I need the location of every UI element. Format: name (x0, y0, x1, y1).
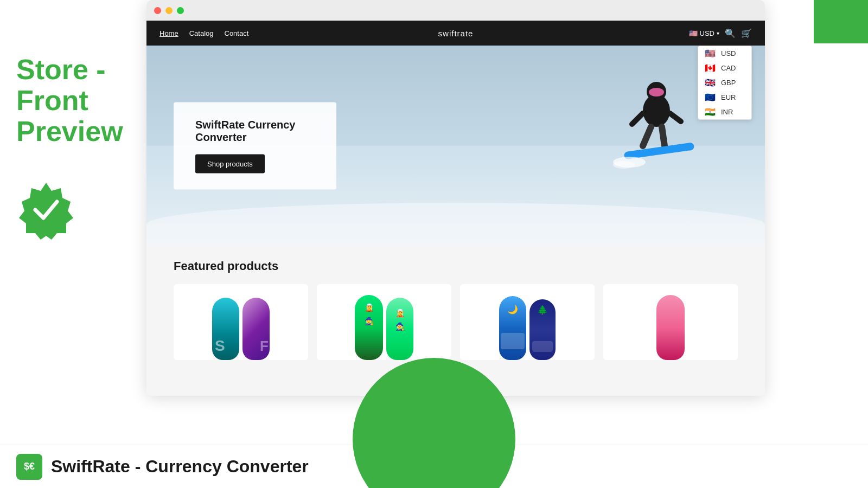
verified-badge-icon (16, 180, 76, 240)
product-card-3[interactable]: 🌙 🌲 (460, 284, 595, 360)
badge-container (16, 180, 130, 242)
product-card-1[interactable]: S F (174, 284, 308, 360)
title-line3: Preview (16, 115, 123, 147)
nav-home[interactable]: Home (159, 29, 178, 37)
hero-card: SwiftRate Currency Converter Shop produc… (174, 102, 336, 190)
cad-label: CAD (721, 64, 736, 72)
nav-right: 🇺🇸 USD ▾ 🔍 🛒 (689, 28, 752, 38)
left-panel: Store - Front Preview (0, 0, 146, 488)
svg-point-3 (649, 88, 664, 97)
gbp-label: GBP (721, 79, 736, 87)
cart-icon[interactable]: 🛒 (741, 28, 752, 38)
eur-flag-icon: 🇪🇺 (705, 93, 717, 101)
inr-flag-icon: 🇮🇳 (705, 108, 717, 116)
close-button[interactable] (154, 7, 161, 14)
board-container-3: 🌙 🌲 (499, 290, 556, 360)
currency-code: USD (700, 29, 714, 37)
browser-content: Home Catalog Contact swiftrate 🇺🇸 USD ▾ … (146, 21, 765, 396)
chevron-down-icon: ▾ (717, 30, 719, 36)
currency-option-gbp[interactable]: 🇬🇧 GBP (698, 75, 751, 90)
svg-line-6 (643, 127, 651, 146)
hero-title: SwiftRate Currency Converter (195, 119, 315, 144)
svg-line-5 (670, 113, 681, 121)
product-card-2[interactable]: 🧝 🧙 🧝 🧙 (317, 284, 451, 360)
products-grid: S F 🧝 🧙 (174, 284, 738, 360)
inr-label: INR (721, 108, 733, 116)
title-bar (146, 0, 765, 21)
nav-bar: Home Catalog Contact swiftrate 🇺🇸 USD ▾ … (146, 21, 765, 46)
usd-label: USD (721, 49, 736, 57)
title-line2: Front (16, 85, 88, 116)
nav-catalog[interactable]: Catalog (189, 29, 214, 37)
app-icon-text: $€ (24, 461, 35, 472)
swiftrate-app-icon: $€ (16, 454, 42, 480)
nav-brand: swiftrate (438, 29, 474, 38)
shop-products-button[interactable]: Shop products (195, 155, 265, 174)
currency-option-eur[interactable]: 🇪🇺 EUR (698, 90, 751, 105)
title-line1: Store - (16, 54, 106, 85)
eur-label: EUR (721, 93, 736, 101)
currency-option-usd[interactable]: 🇺🇸 USD (698, 46, 751, 61)
store-title: Store - Front Preview (16, 54, 130, 147)
svg-point-10 (613, 161, 635, 169)
currency-flag-icon: 🇺🇸 (689, 29, 698, 37)
snowboarder-icon (602, 67, 711, 208)
minimize-button[interactable] (165, 7, 173, 14)
snow-ground (146, 203, 765, 246)
svg-marker-0 (19, 183, 73, 240)
svg-line-7 (662, 127, 665, 146)
maximize-button[interactable] (177, 7, 184, 14)
green-accent-top-right (814, 0, 868, 43)
gbp-flag-icon: 🇬🇧 (705, 79, 717, 87)
featured-products-title: Featured products (174, 259, 738, 273)
currency-option-inr[interactable]: 🇮🇳 INR (698, 105, 751, 119)
board-container-2: 🧝 🧙 🧝 🧙 (355, 290, 413, 360)
svg-line-4 (632, 113, 643, 124)
nav-contact[interactable]: Contact (225, 29, 249, 37)
usd-flag-icon: 🇺🇸 (705, 49, 717, 57)
currency-dropdown: 🇺🇸 USD 🇨🇦 CAD 🇬🇧 GBP 🇪🇺 EUR 🇮🇳 (698, 46, 752, 120)
board-container-1: S F (212, 290, 270, 360)
browser-window: Home Catalog Contact swiftrate 🇺🇸 USD ▾ … (146, 0, 765, 396)
currency-option-cad[interactable]: 🇨🇦 CAD (698, 61, 751, 75)
currency-selector[interactable]: 🇺🇸 USD ▾ (689, 29, 719, 37)
hero-section: SwiftRate Currency Converter Shop produc… (146, 46, 765, 246)
search-icon[interactable]: 🔍 (725, 28, 736, 38)
app-name-title: SwiftRate - Currency Converter (51, 457, 309, 477)
nav-links: Home Catalog Contact (159, 29, 248, 37)
board-container-4 (656, 290, 685, 360)
cad-flag-icon: 🇨🇦 (705, 64, 717, 72)
product-card-4[interactable] (603, 284, 738, 360)
